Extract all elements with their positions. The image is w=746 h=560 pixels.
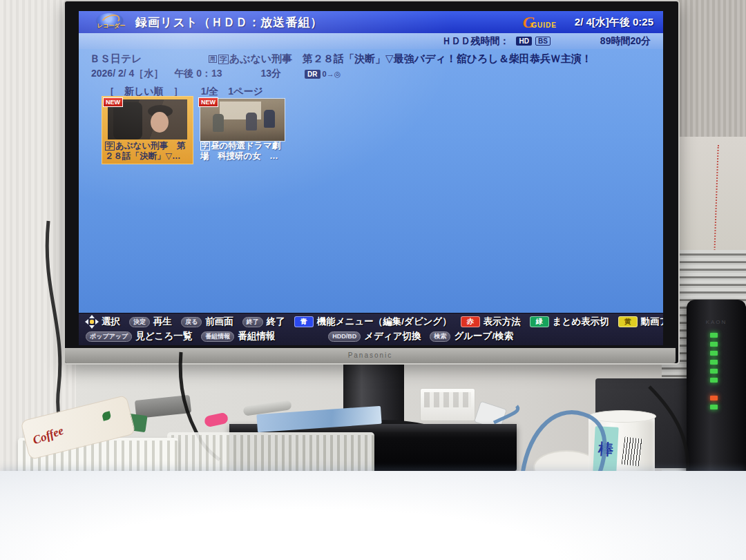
control-back: 戻る 前画面 (181, 316, 233, 328)
modem-led-green (710, 378, 718, 383)
white-box (420, 388, 475, 421)
program-start-time: 午後 0：13 (174, 68, 222, 80)
new-badge: NEW (198, 97, 218, 107)
red-button-icon: 赤 (461, 316, 480, 327)
recorder-ui-screen: レコーダー 録画リスト（ＨＤＤ：放送番組） G GUIDE 2/ 4[水]午後 … (79, 11, 663, 345)
modem-led-off (710, 387, 718, 392)
modem-led-green (710, 369, 718, 374)
modem-router: KAON (687, 300, 746, 485)
subtitle-icon: 字 (105, 142, 115, 151)
control-display-mode: 赤 表示方法 (461, 316, 521, 328)
back-button-icon: 戻る (181, 317, 202, 327)
program-duration: 13分 (261, 68, 282, 80)
barcode (622, 437, 643, 467)
new-badge: NEW (103, 97, 123, 107)
dpad-icon (86, 316, 98, 328)
clock: 2/ 4[水]午後 0:25 (575, 16, 653, 29)
recorder-disc-label: レコーダー (95, 22, 127, 30)
control-play: 決定 再生 (129, 316, 172, 328)
hdd-remaining-label: ＨＤＤ残時間： (441, 35, 509, 48)
program-info-button-icon: 番組情報 (201, 331, 234, 342)
control-hint-bar: 選択 決定 再生 戻る 前画面 終了 終了 青 (79, 313, 663, 345)
recorder-disc-icon: レコーダー (97, 13, 124, 31)
recording-tile-selected[interactable]: NEW 字あぶない刑事 第 ２８話「決断」▽… (102, 97, 193, 164)
page-title: 録画リスト（ＨＤＤ：放送番組） (135, 15, 323, 30)
control-exit: 終了 終了 (242, 316, 285, 328)
monitor-brand-label: Panasonic (65, 351, 676, 359)
exit-button-icon: 終了 (242, 317, 263, 327)
modem-led-green (710, 351, 718, 356)
monitor: レコーダー 録画リスト（ＨＤＤ：放送番組） G GUIDE 2/ 4[水]午後 … (64, 0, 680, 365)
hd-badge: HD (516, 37, 531, 46)
photo-of-desk-and-tv: 56 KAON 棒 (0, 0, 746, 560)
monitor-bottom-bezel: Panasonic (65, 348, 676, 363)
popup-button-icon: ポップアップ (86, 331, 132, 342)
control-group-search: 検索 グループ/検索 (430, 330, 513, 342)
blue-button-icon: 青 (294, 316, 314, 327)
bs-badge: BS (535, 37, 551, 46)
dr-mode-badge: DR (305, 70, 320, 79)
program-info-line1: ＢＳ日テレ 用 字 あぶない刑事 第２８話「決断」▽最強バディ！舘ひろし＆柴田恭… (90, 52, 592, 66)
modem-led-red (710, 396, 718, 400)
modem-brand-label: KAON (687, 319, 746, 325)
gguide-logo: G GUIDE (523, 15, 557, 29)
program-channel: ＢＳ日テレ (90, 52, 142, 66)
dub-indicator-icon: 0→◎ (323, 70, 341, 79)
control-video-album: 黄 動画アルバム (618, 316, 663, 328)
yellow-button-icon: 黄 (618, 316, 638, 327)
subtitle-icon: 字 (200, 142, 210, 151)
desk-surface (0, 471, 746, 560)
subtitle-icon: 字 (218, 55, 229, 64)
program-title: あぶない刑事 第２８話「決断」▽最強バディ！舘ひろし＆柴田恭兵Ｗ主演！ (229, 52, 592, 66)
plastic-basket-back (167, 432, 374, 474)
modem-led-green (710, 342, 718, 347)
marker-icon: 用 (209, 55, 217, 63)
tile-caption: 字昼の特選ドラマ劇 場 科捜研の女 … (200, 141, 286, 162)
decide-button-icon: 決定 (129, 317, 150, 327)
control-group-toggle: 緑 まとめ表示切 (530, 316, 609, 328)
modem-led-green (710, 333, 718, 338)
search-button-icon: 検索 (430, 331, 450, 342)
control-highlights: ポップアップ 見どころ一覧 (86, 330, 192, 342)
title-bar: レコーダー 録画リスト（ＨＤＤ：放送番組） G GUIDE 2/ 4[水]午後 … (79, 11, 663, 33)
hdd-bd-button-icon: HDD/BD (328, 331, 361, 342)
control-function-menu: 青 機能メニュー（編集/ダビング） (294, 316, 452, 328)
program-date: 2026/ 2/ 4［水］ (91, 68, 163, 80)
green-button-icon: 緑 (530, 316, 549, 327)
hdd-status-bar: ＨＤＤ残時間： HD BS 89時間20分 (79, 33, 663, 49)
swab-tub-label: 棒 (593, 426, 618, 473)
control-select: 選択 (86, 316, 120, 328)
control-media-switch: HDD/BD メディア切換 (328, 330, 421, 342)
tile-caption: 字あぶない刑事 第 ２８話「決断」▽… (105, 141, 191, 162)
control-program-info: 番組情報 番組情報 (201, 330, 275, 342)
gguide-text: GUIDE (531, 21, 557, 29)
hdd-remaining-time: 89時間20分 (600, 35, 651, 48)
modem-led-green (710, 405, 718, 409)
recording-tile[interactable]: NEW 字昼の特選ドラマ劇 場 科捜研の女 … (198, 97, 288, 164)
modem-led-column (710, 333, 718, 409)
program-info-line2: 2026/ 2/ 4［水］ 午後 0：13 13分 DR 0→◎ (91, 68, 341, 80)
modem-led-green (710, 360, 718, 365)
